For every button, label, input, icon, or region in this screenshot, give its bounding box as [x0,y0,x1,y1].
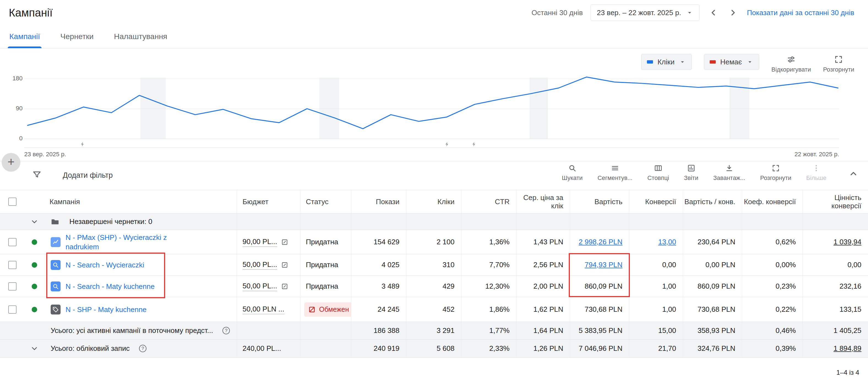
conv-rate-value: 0,23% [742,276,803,297]
new-campaign-button[interactable]: + [2,153,20,172]
select-all-checkbox[interactable] [0,190,25,213]
budget-value[interactable]: 50,00 PL... [243,260,277,269]
row-checkbox[interactable] [8,306,17,314]
column-header-cost[interactable]: Вартість [570,190,629,213]
status-dot-enabled[interactable] [32,307,37,312]
column-header-clicks[interactable]: Кліки [406,190,461,213]
edit-budget-icon[interactable] [281,283,288,290]
timeline-scrubber[interactable] [24,148,839,148]
cost-per-conv-value: 230,64 PLN [683,230,742,254]
performance-max-campaign-icon [51,237,61,247]
previous-period-button[interactable] [707,7,719,19]
conv-value: 0,00 [803,254,868,276]
limited-icon [308,306,316,313]
totals-row-active-campaigns: Усього: усі активні кампанії в поточному… [0,322,868,340]
y-axis-tick: 90 [7,105,23,112]
avg-cpc-value: 2,56 PLN [516,254,570,276]
expand-table-button[interactable]: Розгорнути [753,164,799,182]
download-icon [725,164,733,172]
status-dot-enabled[interactable] [32,262,37,268]
collapse-toolbar-button[interactable] [843,169,864,178]
tab-drafts[interactable]: Чернетки [59,32,95,48]
totals-label: Усього: обліковий запис [51,344,130,353]
avg-cpc-value: 1,62 PLN [516,297,570,322]
clicks-total: 5 608 [406,340,461,357]
tabs-bar: Кампанії Чернетки Налаштування [0,26,868,49]
secondary-metric-selector[interactable]: Немає [704,54,759,70]
conv-rate-total: 0,39% [742,340,803,357]
conv-value-link[interactable]: 1 039,94 [834,238,861,246]
columns-button[interactable]: Стовпці [640,164,676,182]
add-filter-button[interactable]: Додати фільтр [63,171,113,180]
budget-value[interactable]: 50,00 PLN ... [243,305,284,314]
status-value: Придатна [306,261,338,269]
column-header-conv-value[interactable]: Цінність конверсії [803,190,868,213]
budget-value[interactable]: 50,00 PL... [243,282,277,291]
row-checkbox[interactable] [8,282,17,291]
timeline-annotation-icon[interactable] [471,141,477,147]
date-range-picker[interactable]: 23 вер. – 22 жовт. 2025 р. [590,4,700,21]
column-header-budget[interactable]: Бюджет [237,190,300,213]
conv-value-total-link[interactable]: 1 894,89 [834,344,861,353]
chevron-down-icon[interactable] [30,345,38,353]
drafts-row-label[interactable]: Незавершені чернетки: 0 [69,217,152,226]
column-header-impressions[interactable]: Покази [351,190,406,213]
y-axis-tick: 0 [7,135,23,142]
primary-metric-selector[interactable]: Кліки [641,54,692,70]
adjust-chart-button[interactable]: Відкоригувати [771,54,811,73]
unfinished-drafts-row: Незавершені чернетки: 0 [0,214,868,230]
show-last-30-days-link[interactable]: Показати дані за останні 30 днів [747,8,854,17]
campaign-link[interactable]: N - SHP - Maty kuchenne [65,305,147,314]
download-button[interactable]: Завантаж... [706,164,753,182]
status-dot-enabled[interactable] [32,284,37,289]
reports-button[interactable]: Звіти [676,164,706,182]
column-header-ctr[interactable]: CTR [461,190,516,213]
filter-icon[interactable] [32,170,41,179]
conv-value: 232,16 [803,276,868,297]
cost-link[interactable]: 2 998,26 PLN [579,238,622,246]
page-header: Кампанії Останні 30 днів 23 вер. – 22 жо… [0,0,868,26]
search-button[interactable]: Шукати [554,164,590,182]
campaign-link[interactable]: N - Search - Wycieraczki [65,260,144,269]
cost-per-conv-total: 324,76 PLN [683,340,742,357]
row-checkbox[interactable] [8,261,17,269]
tab-settings[interactable]: Налаштування [112,32,169,48]
segment-button[interactable]: Сегментув... [590,164,640,182]
chevron-up-icon [849,169,858,178]
tab-campaigns[interactable]: Кампанії [8,32,41,48]
campaign-link[interactable]: N - PMax (SHP) - Wycieraczki z nadrukiem [65,233,195,252]
edit-budget-icon[interactable] [281,238,288,246]
column-header-conversions[interactable]: Конверсії [629,190,683,213]
campaign-link[interactable]: N - Search - Maty kuchenne [65,282,155,291]
help-icon[interactable]: ? [139,345,147,352]
plus-icon: + [7,156,14,168]
column-header-status[interactable]: Статус [300,190,351,213]
limited-status-badge[interactable]: Обмежен [304,302,351,317]
search-campaign-icon [51,260,61,270]
cost-link[interactable]: 794,93 PLN [585,261,622,269]
cost-value: 860,09 PLN [570,276,629,297]
expand-chart-button[interactable]: Розгорнути [823,54,854,73]
column-header-conv-rate[interactable]: Коеф. конверсії [742,190,803,213]
conversions-total: 15,00 [629,322,683,339]
next-period-button[interactable] [727,7,739,19]
column-header-avg-cpc[interactable]: Сер. ціна за клік [516,190,570,213]
timeline-annotation-icon[interactable] [444,141,450,147]
budget-value[interactable]: 90,00 PL... [243,237,277,247]
help-icon[interactable]: ? [222,327,230,334]
table-row: N - Search - Wycieraczki 50,00 PL... При… [0,254,868,276]
row-checkbox[interactable] [8,238,17,246]
conversions-value: 0,00 [629,254,683,276]
more-button[interactable]: Більше [799,164,834,182]
weekend-band [319,77,339,139]
column-header-campaign[interactable]: Кампанія [44,190,237,213]
status-dot-enabled[interactable] [32,240,37,245]
table-row: N - PMax (SHP) - Wycieraczki z nadrukiem… [0,230,868,254]
edit-budget-icon[interactable] [281,261,288,268]
cost-per-conv-value: 0,00 PLN [683,254,742,276]
timeline-annotation-icon[interactable] [80,141,85,147]
conversions-link[interactable]: 13,00 [658,238,676,246]
column-header-cost-per-conv[interactable]: Вартість / конв. [683,190,742,213]
conv-rate-value: 0,62% [742,230,803,254]
chevron-down-icon[interactable] [30,218,38,226]
